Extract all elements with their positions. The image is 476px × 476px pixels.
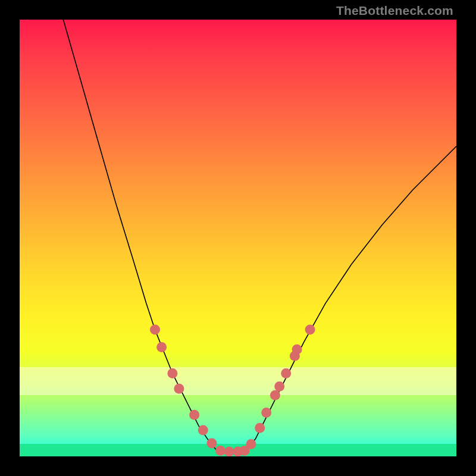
marker-dot xyxy=(174,384,184,394)
marker-dot xyxy=(270,390,280,400)
left-curve-path xyxy=(63,20,216,450)
marker-dot xyxy=(150,325,160,335)
marker-dot xyxy=(167,368,177,378)
plot-area xyxy=(20,20,456,456)
marker-dot xyxy=(261,408,271,418)
marker-dot xyxy=(207,439,217,449)
watermark-text: TheBottleneck.com xyxy=(336,4,453,18)
marker-dot xyxy=(224,446,234,456)
marker-dot xyxy=(255,423,265,433)
marker-dot xyxy=(281,368,291,378)
marker-dot xyxy=(198,425,208,436)
marker-dot xyxy=(189,410,199,420)
marker-dot xyxy=(246,439,256,449)
marker-dot xyxy=(274,381,284,392)
right-curve-path xyxy=(247,146,456,450)
marker-dot xyxy=(215,446,226,456)
marker-dot xyxy=(305,325,315,335)
curve-layer xyxy=(20,20,456,456)
marker-group xyxy=(150,325,315,456)
marker-dot xyxy=(156,342,167,352)
marker-dot xyxy=(292,345,302,355)
outer-frame: TheBottleneck.com xyxy=(0,0,476,476)
